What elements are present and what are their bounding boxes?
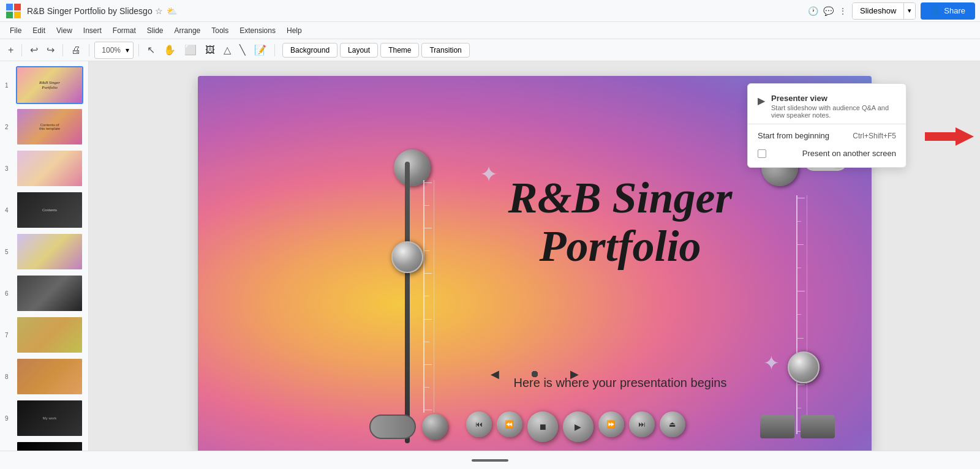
toolbar-print-btn[interactable]: 🖨	[68, 43, 84, 58]
slides-logo-icon	[5, 2, 22, 20]
slide-thumb-4[interactable]: 4Contents	[16, 191, 85, 229]
menu-insert[interactable]: Insert	[78, 24, 107, 37]
slider-vertical-left	[405, 162, 410, 443]
app-logo	[5, 2, 22, 20]
menu-help[interactable]: Help	[282, 24, 307, 37]
svg-marker-4	[925, 127, 974, 146]
menu-edit[interactable]: Edit	[28, 24, 50, 37]
menu-slide[interactable]: Slide	[142, 24, 168, 37]
image-btn[interactable]: 🖼	[202, 43, 218, 58]
menu-bar: File Edit View Insert Format Slide Arran…	[0, 22, 980, 39]
toolbar-sep-4	[138, 44, 139, 56]
toolbar-sep-1	[21, 44, 22, 56]
zoom-value: 100%	[99, 44, 124, 56]
red-arrow-svg	[925, 127, 974, 146]
shape-btn[interactable]: ⬜	[181, 42, 200, 58]
playhead-next-icon: ▶	[570, 367, 579, 381]
share-icon: 👤	[930, 6, 940, 15]
slide-thumb-6[interactable]: 6	[16, 274, 85, 312]
share-button[interactable]: 👤 Share	[921, 2, 975, 20]
svg-rect-2	[6, 12, 13, 18]
comment-icon[interactable]: 💬	[823, 6, 834, 16]
screen-btn-2	[801, 415, 835, 438]
history-icon[interactable]: 🕐	[808, 6, 818, 16]
note-btn[interactable]: 📝	[251, 42, 270, 58]
prev-btn: ⏮	[466, 411, 492, 437]
main-layout: 1R&B SingerPortfolio2Contents ofthis tem…	[0, 61, 980, 469]
present-another-screen-item[interactable]: Present on another screen	[748, 144, 906, 162]
star-icon[interactable]: ☆	[155, 6, 163, 16]
line-btn[interactable]: ╲	[236, 42, 249, 58]
more-options-icon[interactable]: ⋮	[839, 6, 847, 16]
background-btn[interactable]: Background	[282, 43, 337, 58]
next2-btn: ⏭	[629, 411, 655, 437]
transition-btn[interactable]: Transition	[421, 43, 469, 58]
shapes-btn[interactable]: △	[221, 42, 234, 58]
app-title: R&B Singer Portfolio by Slidesgo	[27, 6, 153, 16]
drive-icon[interactable]: ⛅	[167, 6, 177, 16]
play-button-row: ⏮ ⏪ ⏹ ▶ ⏩ ⏭ ⏏	[466, 411, 685, 442]
popup-presenter-view: ▶ Presenter view Start slideshow with au…	[748, 89, 906, 121]
slide-num-3: 3	[5, 165, 9, 172]
title-icons: ☆ ⛅	[155, 6, 177, 16]
toolbar-add-btn[interactable]: +	[5, 43, 17, 58]
slider-knob-left	[391, 241, 423, 273]
slide-thumb-8[interactable]: 8	[16, 358, 85, 396]
toolbar-sep-3	[89, 44, 89, 56]
toolbar: + ↩ ↪ 🖨 100% ▾ ↖ ✋ ⬜ 🖼 △ ╲ 📝 Background …	[0, 39, 980, 61]
menu-arrange[interactable]: Arrange	[170, 24, 206, 37]
star-bottom: ✦	[763, 351, 780, 375]
menu-tools[interactable]: Tools	[206, 24, 233, 37]
slideshow-main-button[interactable]: Slideshow	[853, 3, 903, 19]
screen-buttons	[760, 415, 835, 438]
menu-extensions[interactable]: Extensions	[235, 24, 281, 37]
present-another-label: Present on another screen	[802, 149, 896, 158]
bottom-controls-row: ⏮ ⏪ ⏹ ▶ ⏩ ⏭ ⏏	[369, 411, 835, 442]
toolbar-undo-btn[interactable]: ↩	[27, 42, 41, 58]
toolbar-right-actions: Background Layout Theme Transition	[282, 43, 470, 58]
slide-num-9: 9	[5, 415, 9, 422]
next-btn: ⏩	[598, 411, 624, 437]
menu-view[interactable]: View	[51, 24, 77, 37]
slide-thumb-2[interactable]: 2Contents ofthis template	[16, 108, 85, 146]
slide-title: R&B Singer Portfolio	[431, 174, 810, 271]
slide-num-7: 7	[5, 332, 9, 339]
slide-thumbnails: 1R&B SingerPortfolio2Contents ofthis tem…	[4, 66, 85, 469]
presenter-view-text: Presenter view Start slideshow with audi…	[771, 94, 896, 119]
menu-file[interactable]: File	[5, 24, 26, 37]
slide-num-4: 4	[5, 207, 9, 214]
eject-btn: ⏏	[660, 411, 685, 437]
slide-thumb-7[interactable]: 7	[16, 316, 85, 354]
playhead-controls: ◀ ⏺ ▶	[491, 367, 579, 381]
slide-num-8: 8	[5, 373, 9, 380]
slide-num-1: 1	[5, 82, 9, 89]
big-toggle-btn	[369, 415, 416, 439]
toolbar-redo-btn[interactable]: ↪	[43, 42, 58, 58]
slide-thumb-5[interactable]: 5	[16, 233, 85, 271]
svg-rect-1	[14, 4, 21, 10]
presenter-view-title: Presenter view	[771, 94, 896, 103]
slide-thumb-3[interactable]: 3	[16, 149, 85, 187]
slideshow-dropdown-button[interactable]: ▾	[903, 3, 915, 19]
slide-thumb-1[interactable]: 1R&B SingerPortfolio	[16, 66, 85, 104]
slide-num-6: 6	[5, 290, 9, 297]
menu-format[interactable]: Format	[108, 24, 141, 37]
pan-btn[interactable]: ✋	[160, 42, 179, 58]
toolbar-zoom[interactable]: 100% ▾	[94, 42, 134, 59]
nav-dot	[472, 459, 508, 462]
cursor-btn[interactable]: ↖	[144, 42, 158, 58]
layout-btn[interactable]: Layout	[340, 43, 378, 58]
canvas-area: ✦ ✦ R&B Singer Portfolio Here is where y…	[89, 61, 980, 469]
start-shortcut-label: Ctrl+Shift+F5	[853, 132, 896, 140]
theme-btn[interactable]: Theme	[380, 43, 419, 58]
slide-num-5: 5	[5, 249, 9, 255]
present-another-checkbox[interactable]	[758, 149, 766, 158]
slide-thumb-9[interactable]: 9My work	[16, 399, 85, 437]
play-btn: ▶	[563, 411, 594, 442]
screen-btn-1	[760, 415, 794, 438]
stop-btn: ⏹	[527, 411, 558, 442]
prev2-btn: ⏪	[497, 411, 522, 437]
start-from-beginning-item[interactable]: Start from beginning Ctrl+Shift+F5	[748, 127, 906, 144]
slide-num-2: 2	[5, 124, 9, 130]
svg-rect-3	[14, 12, 21, 18]
